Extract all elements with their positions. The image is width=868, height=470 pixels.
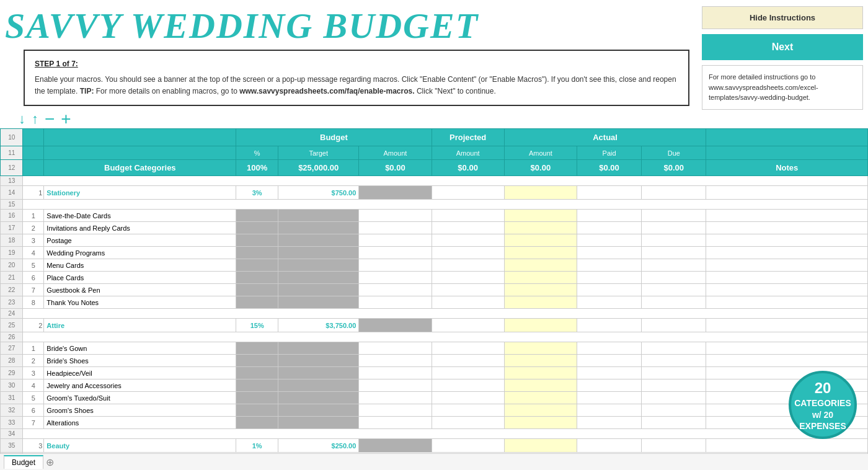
attire-pct: 15% [236,319,278,332]
badge-line2: EXPENSES [799,420,846,432]
total-target: $25,000.00 [278,160,359,176]
item-name: Jewelry and Accessories [44,379,236,392]
badge-line1: CATEGORIES [794,397,851,409]
budget-tab[interactable]: Budget [4,455,43,469]
item-name: Thank You Notes [44,296,236,309]
pct-header: % [236,146,278,160]
header-row-2: 11 % Target Amount Amount Amount Paid Du… [1,146,868,160]
beauty-name: Beauty [44,439,236,453]
item-name: Groom's Shoes [44,404,236,417]
attire-category-row: 25 2 Attire 15% $3,750.00 [1,319,868,332]
table-row: 16 1 Save-the-Date Cards [1,210,868,222]
categories-label: Budget Categories [44,160,236,176]
total-act: $0.00 [504,160,577,176]
empty-cell [706,146,868,160]
table-row: 27 1 Bride's Gown [1,342,868,355]
proj-amount-header: Amount [432,146,504,160]
empty-cell [44,129,236,146]
target-header: Target [278,146,359,160]
stationery-due [642,186,706,200]
total-due: $0.00 [642,160,706,176]
beauty-pct: 1% [236,439,278,453]
table-row: 23 8 Thank You Notes [1,296,868,309]
row-num-11: 11 [1,146,23,160]
item-name: Invitations and Reply Cards [44,222,236,234]
empty-cell [23,129,44,146]
stationery-amount [359,186,432,200]
total-proj: $0.00 [432,160,504,176]
table-row: 33 7 Alterations [1,417,868,429]
header-row-1: 10 Budget Projected Actual [1,129,868,146]
attire-target: $3,750.00 [278,319,359,332]
empty-cell [706,129,868,146]
empty-cell [44,146,236,160]
beauty-category-row: 35 3 Beauty 1% $250.00 [1,439,868,453]
controls-area: ↓ ↑ − + [0,110,868,128]
sheet-tabs: Budget ⊕ [0,453,868,470]
empty-row-15: 15 [1,200,868,210]
next-button[interactable]: Next [702,34,863,60]
badge-number: 20 [815,378,831,397]
actual-header: Actual [504,129,706,146]
move-down-button[interactable]: ↓ [19,111,25,127]
budget-header: Budget [236,129,432,146]
stationery-paid [577,186,641,200]
item-name: Postage [44,234,236,247]
total-amount: $0.00 [359,160,432,176]
badge-w: w/ 20 [812,409,833,420]
move-up-button[interactable]: ↑ [32,111,38,127]
empty-row-26: 26 [1,332,868,342]
table-row: 18 3 Postage [1,234,868,247]
item-name: Wedding Programs [44,247,236,259]
item-name: Headpiece/Veil [44,367,236,379]
spreadsheet: 10 Budget Projected Actual 11 % Target A… [0,128,868,470]
attire-name: Attire [44,319,236,332]
more-info-box: For more detailed instructions go to www… [702,65,863,110]
table-row: 19 4 Wedding Programs [1,247,868,259]
table-row: 21 6 Place Cards [1,272,868,284]
beauty-num: 3 [23,439,44,453]
stationery-target: $750.00 [278,186,359,200]
remove-row-button[interactable]: − [45,110,55,128]
row-num-35: 35 [1,439,23,453]
empty-row-13: 13 [1,176,868,186]
table-row: 20 5 Menu Cards [1,259,868,272]
beauty-target: $250.00 [278,439,359,453]
item-name: Alterations [44,417,236,429]
instructions-box: STEP 1 of 7: Enable your macros. You sho… [24,50,689,107]
table-row: 29 3 Headpiece/Veil [1,367,868,379]
item-name: Groom's Tuxedo/Suit [44,392,236,404]
empty-cell [23,160,44,176]
item-name: Menu Cards [44,259,236,272]
stationery-num: 1 [23,186,44,200]
table-row: 31 5 Groom's Tuxedo/Suit [1,392,868,404]
empty-row-34: 34 [1,429,868,439]
item-name: Place Cards [44,272,236,284]
row-num-10: 10 [1,129,23,146]
stationery-notes [706,186,868,200]
add-row-button[interactable]: + [61,110,71,128]
stationery-act [504,186,577,200]
projected-header: Projected [432,129,504,146]
categories-badge: 20 CATEGORIES w/ 20 EXPENSES [789,371,857,439]
total-pct: 100% [236,160,278,176]
table-row: 28 2 Bride's Shoes [1,355,868,367]
instructions-body: Enable your macros. You should see a ban… [35,74,678,97]
stationery-name: Stationery [44,186,236,200]
budget-table: 10 Budget Projected Actual 11 % Target A… [0,128,868,470]
table-row: 22 7 Guestbook & Pen [1,284,868,296]
row-num-12: 12 [1,160,23,176]
due-header: Due [642,146,706,160]
right-panel: Hide Instructions Next For more detailed… [702,4,863,110]
header-row-3: 12 Budget Categories 100% $25,000.00 $0.… [1,160,868,176]
step-title: STEP 1 of 7: [35,58,678,70]
attire-num: 2 [23,319,44,332]
table-row: 32 6 Groom's Shoes [1,404,868,417]
add-sheet-button[interactable]: ⊕ [46,456,54,468]
item-name: Bride's Shoes [44,355,236,367]
row-num-14: 14 [1,186,23,200]
amount-header: Amount [359,146,432,160]
hide-instructions-button[interactable]: Hide Instructions [702,6,863,29]
notes-label: Notes [706,160,868,176]
stationery-category-row: 14 1 Stationery 3% $750.00 [1,186,868,200]
